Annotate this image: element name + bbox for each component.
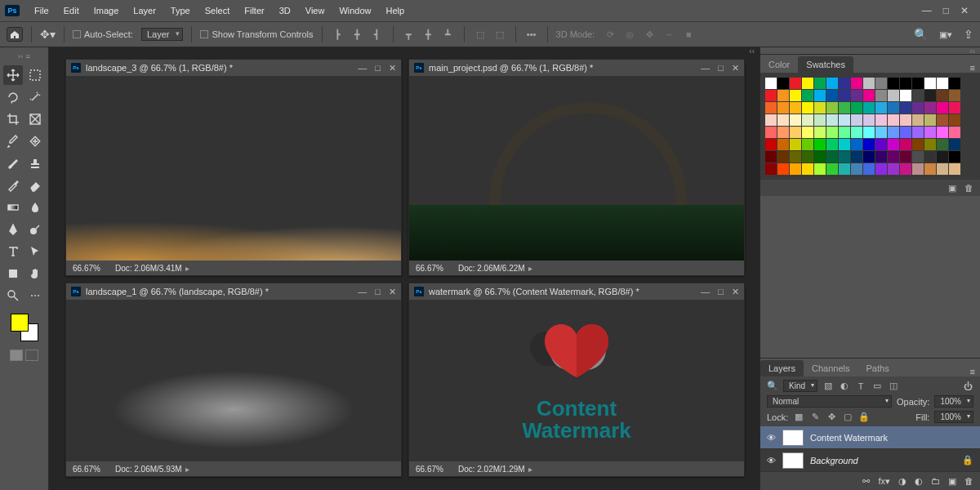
- delete-swatch-icon[interactable]: 🗑: [964, 183, 973, 193]
- swatch[interactable]: [888, 151, 899, 163]
- swatch[interactable]: [765, 90, 777, 101]
- swatch[interactable]: [839, 90, 850, 101]
- swatch[interactable]: [888, 102, 899, 114]
- menu-filter[interactable]: Filter: [238, 0, 270, 21]
- opacity-input[interactable]: 100%: [934, 395, 973, 408]
- type-tool[interactable]: [3, 242, 23, 261]
- show-transform-checkbox[interactable]: Show Transform Controls: [200, 29, 313, 39]
- swatch[interactable]: [777, 78, 789, 89]
- swatch[interactable]: [900, 114, 911, 126]
- swatch[interactable]: [765, 127, 777, 138]
- swatch[interactable]: [802, 114, 813, 126]
- search-icon[interactable]: 🔍: [914, 28, 928, 41]
- blur-tool[interactable]: [25, 198, 45, 217]
- path-select-tool[interactable]: [25, 242, 45, 261]
- filter-adjust-icon[interactable]: ◐: [839, 381, 850, 391]
- lock-artboard-icon[interactable]: ▢: [842, 412, 853, 422]
- stamp-tool[interactable]: [25, 154, 45, 173]
- more-align-icon[interactable]: •••: [524, 28, 539, 41]
- visibility-icon[interactable]: 👁: [767, 456, 776, 466]
- swatch[interactable]: [863, 90, 875, 101]
- swatch[interactable]: [851, 151, 862, 163]
- tab-color[interactable]: Color: [760, 56, 798, 73]
- menu-select[interactable]: Select: [198, 0, 237, 21]
- swatch[interactable]: [814, 90, 826, 101]
- doc-zoom[interactable]: 66.67%: [73, 465, 100, 474]
- swatch[interactable]: [900, 151, 911, 163]
- dodge-tool[interactable]: [25, 220, 45, 239]
- swatch[interactable]: [924, 114, 936, 126]
- swatch[interactable]: [875, 163, 887, 175]
- collapse-panels-icon[interactable]: ‹‹: [749, 47, 755, 56]
- doc-minimize-icon[interactable]: —: [358, 63, 367, 74]
- doc-close-icon[interactable]: ✕: [389, 63, 396, 74]
- swatch[interactable]: [851, 139, 862, 150]
- swatch[interactable]: [851, 163, 862, 175]
- doc-info[interactable]: Doc: 2.06M/3.41M▸: [115, 264, 189, 273]
- layer-thumb[interactable]: [782, 430, 804, 446]
- swatch[interactable]: [863, 102, 875, 114]
- swatch[interactable]: [814, 163, 826, 175]
- swatch[interactable]: [814, 102, 826, 114]
- swatch[interactable]: [814, 139, 826, 150]
- swatch[interactable]: [875, 114, 887, 126]
- swatch[interactable]: [863, 127, 875, 138]
- group-icon[interactable]: 🗀: [931, 476, 940, 486]
- swatch[interactable]: [937, 151, 948, 163]
- swatch[interactable]: [949, 114, 960, 126]
- blend-mode-dropdown[interactable]: Normal: [767, 395, 892, 408]
- swatch[interactable]: [802, 90, 813, 101]
- document-window-2[interactable]: Ps main_project.psd @ 66.7% (1, RGB/8#) …: [408, 59, 745, 276]
- doc-canvas[interactable]: [409, 76, 744, 261]
- tab-layers[interactable]: Layers: [760, 360, 804, 376]
- menu-help[interactable]: Help: [380, 0, 412, 21]
- swatch[interactable]: [924, 90, 936, 101]
- swatch[interactable]: [826, 90, 838, 101]
- align-hcenter-icon[interactable]: ╋: [350, 28, 365, 41]
- tab-paths[interactable]: Paths: [858, 360, 898, 376]
- swatch[interactable]: [949, 78, 960, 89]
- swatch[interactable]: [765, 151, 777, 163]
- swatch[interactable]: [777, 90, 789, 101]
- swatch[interactable]: [888, 163, 899, 175]
- layer-row[interactable]: 👁Background🔒: [760, 449, 980, 472]
- fill-input[interactable]: 100%: [934, 411, 973, 423]
- swatch[interactable]: [790, 151, 801, 163]
- window-minimize-icon[interactable]: —: [922, 5, 932, 16]
- menu-image[interactable]: Image: [87, 0, 126, 21]
- swatch[interactable]: [937, 114, 948, 126]
- swatch[interactable]: [875, 139, 887, 150]
- swatch[interactable]: [888, 127, 899, 138]
- magic-wand-tool[interactable]: [25, 87, 45, 107]
- filter-smart-icon[interactable]: ◫: [888, 381, 899, 391]
- doc-canvas[interactable]: [66, 76, 401, 261]
- swatch[interactable]: [777, 102, 789, 114]
- align-vcenter-icon[interactable]: ╋: [421, 28, 436, 41]
- swatch[interactable]: [777, 151, 789, 163]
- document-window-4[interactable]: Ps watermark @ 66.7% (Content Watermark,…: [408, 283, 745, 477]
- window-close-icon[interactable]: ✕: [960, 5, 969, 16]
- doc-close-icon[interactable]: ✕: [732, 63, 739, 74]
- swatch[interactable]: [851, 114, 862, 126]
- doc-maximize-icon[interactable]: □: [375, 287, 381, 297]
- auto-select-target-dropdown[interactable]: Layer: [141, 28, 184, 41]
- doc-maximize-icon[interactable]: □: [718, 287, 724, 297]
- move-tool-icon[interactable]: ✥▾: [40, 28, 56, 41]
- swatch[interactable]: [875, 102, 887, 114]
- swatch[interactable]: [777, 139, 789, 150]
- align-top-icon[interactable]: ┳: [402, 28, 416, 41]
- swatch[interactable]: [826, 139, 838, 150]
- swatch[interactable]: [912, 151, 924, 163]
- swatch[interactable]: [900, 90, 911, 101]
- tab-swatches[interactable]: Swatches: [798, 56, 853, 73]
- mask-icon[interactable]: ◑: [898, 476, 906, 487]
- swatch[interactable]: [875, 151, 887, 163]
- swatch[interactable]: [765, 114, 777, 126]
- lock-trans-icon[interactable]: ▩: [793, 412, 804, 422]
- swatch[interactable]: [888, 90, 899, 101]
- swatch[interactable]: [839, 114, 850, 126]
- eyedropper-tool[interactable]: [3, 131, 23, 151]
- layer-row[interactable]: 👁Content Watermark: [760, 426, 980, 449]
- doc-zoom[interactable]: 66.67%: [73, 264, 100, 273]
- swatch[interactable]: [839, 102, 850, 114]
